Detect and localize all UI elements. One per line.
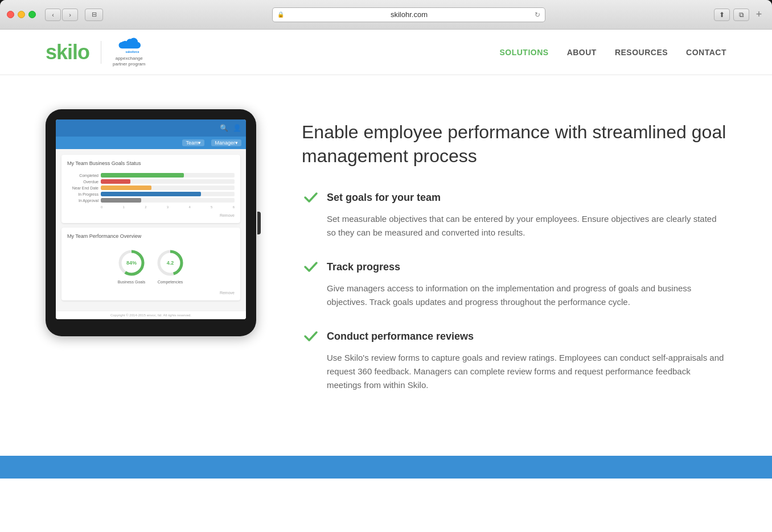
donut-business-goals: 84% Business Goals — [117, 248, 146, 284]
minimize-button[interactable] — [18, 11, 25, 18]
tablet-subbar: Team▾ Manager▾ — [56, 137, 246, 149]
feature-desc-1: Set measurable objectives that can be en… — [302, 212, 726, 240]
sidebar-button[interactable]: ⊟ — [85, 9, 103, 21]
chart-area: Completed Overdue — [67, 171, 235, 211]
donut-chart-competencies: 4.2 — [155, 248, 185, 278]
add-tab-button[interactable]: + — [753, 9, 765, 21]
skilo-logo: skilo — [46, 40, 89, 64]
nav-about[interactable]: ABOUT — [567, 48, 597, 57]
donut-competencies: 4.2 Competencies — [155, 248, 185, 284]
logo-divider — [101, 41, 101, 64]
browser-actions: ⬆ ⧉ + — [714, 9, 765, 21]
chart-label-inapproval: In Approval — [67, 199, 98, 203]
svg-text:84%: 84% — [126, 260, 137, 266]
nav-contact[interactable]: CONTACT — [686, 48, 726, 57]
chart-label-inprogress: In Progress — [67, 192, 98, 196]
nav-resources[interactable]: RESOURCES — [615, 48, 668, 57]
svg-text:4.2: 4.2 — [167, 260, 174, 266]
tablet-screen: 🔍 👤 Team▾ Manager▾ My Team Busin — [56, 119, 246, 319]
chart-row-completed: Completed — [67, 173, 235, 178]
site-header: skilo salesforce appexchange partner pro… — [0, 30, 772, 75]
tablet-device: 🔍 👤 Team▾ Manager▾ My Team Busin — [46, 109, 256, 336]
performance-card: My Team Performance Overview 84% — [61, 228, 240, 300]
back-button[interactable]: ‹ — [45, 9, 61, 21]
team-btn: Team▾ — [182, 139, 204, 146]
remove-performance-link[interactable]: Remove — [67, 291, 235, 295]
feature-desc-2: Give managers access to information on t… — [302, 282, 726, 309]
address-bar-container: 🔒 skilohr.com ↻ — [108, 7, 709, 22]
user-icon: 👤 — [233, 124, 241, 132]
website-content: skilo salesforce appexchange partner pro… — [0, 30, 772, 532]
traffic-lights — [7, 11, 36, 18]
site-footer-bar — [0, 456, 772, 479]
tablet-mockup: 🔍 👤 Team▾ Manager▾ My Team Busin — [46, 109, 256, 336]
feature-header-1: Set goals for your team — [302, 188, 726, 207]
maximize-button[interactable] — [28, 11, 36, 18]
performance-card-title: My Team Performance Overview — [67, 233, 235, 239]
tablet-body: My Team Business Goals Status Completed — [56, 149, 246, 311]
main-content: 🔍 👤 Team▾ Manager▾ My Team Busin — [0, 75, 772, 456]
chart-label-nearend: Near End Date — [67, 186, 98, 190]
chart-bar-inprogress — [101, 192, 201, 196]
forward-button[interactable]: › — [62, 9, 78, 21]
close-button[interactable] — [7, 11, 14, 18]
donut-label-competencies: Competencies — [158, 280, 183, 284]
donut-chart-business: 84% — [117, 248, 146, 278]
logo-area: skilo salesforce appexchange partner pro… — [46, 38, 145, 67]
chart-row-inapproval: In Approval — [67, 198, 235, 203]
nav-solutions[interactable]: SOLUTIONS — [499, 48, 548, 57]
search-icon: 🔍 — [220, 124, 228, 132]
chart-row-inprogress: In Progress — [67, 192, 235, 196]
chart-bar-nearend — [101, 185, 151, 190]
salesforce-cloud-icon: salesforce — [115, 38, 143, 56]
address-bar[interactable]: 🔒 skilohr.com ↻ — [272, 7, 545, 22]
remove-goals-link[interactable]: Remove — [67, 213, 235, 217]
chart-label-completed: Completed — [67, 174, 98, 178]
salesforce-badge: salesforce appexchange partner program — [113, 38, 145, 67]
feature-title-2: Track progress — [327, 261, 400, 273]
chart-bar-container — [101, 173, 235, 178]
browser-window: ‹ › ⊟ 🔒 skilohr.com ↻ ⬆ ⧉ + skilo — [0, 0, 772, 532]
feature-desc-3: Use Skilo's review forms to capture goal… — [302, 351, 726, 392]
tablet-footer-text: Copyright © 2014-2015 envoc, ltd. All ri… — [110, 314, 191, 317]
goals-card-title: My Team Business Goals Status — [67, 160, 235, 166]
chart-bar-container-inapproval — [101, 198, 235, 203]
feature-title-1: Set goals for your team — [327, 192, 441, 204]
checkmark-icon-2 — [302, 258, 320, 276]
chart-bar-completed — [101, 173, 184, 178]
url-text: skilohr.com — [286, 10, 532, 19]
feature-header-2: Track progress — [302, 258, 726, 276]
tablet-footer: Copyright © 2014-2015 envoc, ltd. All ri… — [56, 311, 246, 319]
nav-buttons: ‹ › — [45, 9, 78, 21]
share-button[interactable]: ⬆ — [714, 9, 730, 21]
checkmark-icon-1 — [302, 188, 320, 207]
feature-track-progress: Track progress Give managers access to i… — [302, 258, 726, 309]
salesforce-text: appexchange partner program — [113, 56, 145, 67]
reload-button[interactable]: ↻ — [535, 11, 540, 19]
chart-bar-container-inprogress — [101, 192, 235, 196]
page-headline: Enable employee performance with streaml… — [302, 121, 726, 168]
donut-label-business: Business Goals — [118, 280, 146, 284]
chart-axis: 0 1 2 3 4 5 6 — [67, 204, 235, 209]
feature-performance-reviews: Conduct performance reviews Use Skilo's … — [302, 327, 726, 392]
chart-bar-container-nearend — [101, 185, 235, 190]
chart-bar-inapproval — [101, 198, 141, 203]
lock-icon: 🔒 — [277, 11, 284, 18]
chart-bar-overdue — [101, 179, 130, 184]
feature-title-3: Conduct performance reviews — [327, 331, 474, 343]
goals-card: My Team Business Goals Status Completed — [61, 155, 240, 223]
site-nav: SOLUTIONS ABOUT RESOURCES CONTACT — [499, 48, 726, 57]
chart-bar-container-overdue — [101, 179, 235, 184]
feature-header-3: Conduct performance reviews — [302, 327, 726, 345]
new-tab-button[interactable]: ⧉ — [733, 9, 749, 21]
chart-label-overdue: Overdue — [67, 180, 98, 184]
svg-text:salesforce: salesforce — [125, 51, 139, 53]
feature-set-goals: Set goals for your team Set measurable o… — [302, 188, 726, 240]
donut-row: 84% Business Goals — [67, 244, 235, 288]
features-content: Enable employee performance with streaml… — [302, 109, 726, 410]
tablet-topbar: 🔍 👤 — [56, 119, 246, 137]
chart-row-nearend: Near End Date — [67, 185, 235, 190]
checkmark-icon-3 — [302, 327, 320, 345]
chart-row-overdue: Overdue — [67, 179, 235, 184]
browser-titlebar: ‹ › ⊟ 🔒 skilohr.com ↻ ⬆ ⧉ + — [0, 0, 772, 30]
